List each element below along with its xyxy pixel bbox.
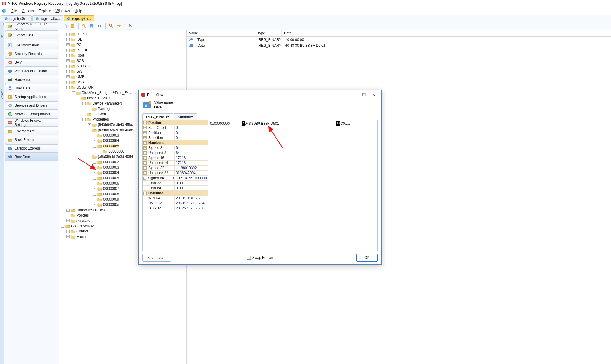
- expand-icon[interactable]: +: [143, 131, 147, 134]
- sidebar-item-security-records[interactable]: Security Records: [5, 50, 58, 58]
- menu-windows[interactable]: Windows: [53, 8, 72, 14]
- property-row[interactable]: +Unsigned 864: [143, 150, 208, 155]
- value-row[interactable]: 011TypeREG_BINARY10 00 00 00: [187, 37, 611, 43]
- col-value[interactable]: Value: [187, 30, 255, 36]
- tree-expand-icon[interactable]: -: [66, 86, 70, 89]
- tree-expand-icon[interactable]: -: [88, 155, 91, 158]
- tree-expand-icon[interactable]: +: [66, 49, 70, 52]
- rail-explorer-label[interactable]: Explorer: [0, 89, 4, 101]
- tree-expand-icon[interactable]: +: [66, 38, 70, 41]
- sidebar-item-network-configuration[interactable]: Network Configuration: [5, 110, 58, 118]
- tree-expand-icon[interactable]: +: [66, 230, 70, 233]
- col-data[interactable]: Data: [282, 30, 611, 36]
- minimize-button[interactable]: —: [349, 92, 359, 98]
- tool-bookmark-icon[interactable]: [89, 23, 95, 29]
- sidebar-item-user-data[interactable]: User Data: [5, 84, 58, 92]
- rail-collapse-icon[interactable]: −: [1, 23, 4, 25]
- hex-viewer[interactable]: 0x00000000 4043 30B9 B88F D501 @C0.....: [208, 120, 377, 251]
- property-row[interactable]: +Signed 64132169787621000000: [143, 176, 208, 181]
- expand-icon[interactable]: −: [143, 141, 147, 145]
- expand-icon[interactable]: +: [143, 171, 147, 175]
- ok-button[interactable]: OK: [356, 254, 378, 262]
- tool-next-icon[interactable]: [116, 23, 122, 29]
- tree-expand-icon[interactable]: +: [93, 198, 96, 201]
- close-button[interactable]: ✕: [369, 92, 379, 98]
- tree-expand-icon[interactable]: +: [66, 235, 70, 238]
- save-data-button[interactable]: Save data...: [142, 254, 171, 262]
- sidebar-item-sam[interactable]: SAM: [5, 58, 58, 67]
- tree-expand-icon[interactable]: +: [66, 81, 70, 84]
- menu-file[interactable]: File: [9, 8, 19, 14]
- export-regedit4-button[interactable]: Export to REGEDIT4 form...: [5, 22, 58, 31]
- expand-icon[interactable]: +: [143, 166, 147, 170]
- menu-help[interactable]: Help: [72, 8, 84, 14]
- file-tab[interactable]: registry.0x...: [32, 15, 63, 21]
- tree-node[interactable]: +HTREE: [61, 31, 186, 37]
- expand-icon[interactable]: +: [143, 161, 147, 165]
- tree-node[interactable]: +SW: [61, 69, 186, 74]
- tree-expand-icon[interactable]: -: [61, 225, 64, 228]
- tree-node[interactable]: +SCSI: [61, 58, 186, 63]
- tree-expand-icon[interactable]: +: [93, 187, 96, 190]
- tree-expand-icon[interactable]: +: [66, 33, 70, 36]
- sidebar-item-raw-data[interactable]: 011Raw Data: [5, 153, 58, 161]
- tree-expand-icon[interactable]: +: [66, 65, 70, 68]
- property-row[interactable]: Float 640.00: [143, 186, 208, 191]
- property-row[interactable]: +Unsigned 1617216: [143, 161, 208, 166]
- tab-reg-binary[interactable]: REG_BINARY: [142, 113, 173, 120]
- tool-goto-icon[interactable]: [96, 23, 103, 29]
- tree-expand-icon[interactable]: +: [66, 75, 70, 78]
- file-tab[interactable]: registry.0x...: [64, 15, 94, 21]
- tree-expand-icon[interactable]: -: [88, 129, 91, 132]
- tree-expand-icon[interactable]: +: [93, 161, 96, 164]
- file-tab[interactable]: registry.0x...: [1, 15, 32, 21]
- sidebar-item-environment[interactable]: Environment: [5, 127, 58, 135]
- tree-expand-icon[interactable]: +: [66, 54, 70, 57]
- tree-expand-icon[interactable]: -: [77, 97, 80, 100]
- tool-search-icon[interactable]: [108, 23, 114, 29]
- property-row[interactable]: +Selection0: [143, 135, 208, 140]
- value-row[interactable]: 011DataREG_BINARY40 43 30 B9 B8 8F D5 01: [187, 43, 611, 49]
- tab-summary[interactable]: Summary: [174, 113, 197, 120]
- tree-expand-icon[interactable]: +: [93, 134, 96, 137]
- tree-node[interactable]: -USBSTOR: [61, 85, 186, 90]
- tree-expand-icon[interactable]: -: [82, 118, 86, 121]
- property-row[interactable]: +Signed 32-1188019392: [143, 166, 208, 171]
- sidebar-item-services-and-drivers[interactable]: Services and Drivers: [5, 101, 58, 110]
- property-row[interactable]: +Unsigned 323106947904: [143, 171, 208, 176]
- sidebar-item-hardware[interactable]: Hardware: [5, 76, 58, 84]
- expand-icon[interactable]: +: [143, 177, 146, 180]
- tree-expand-icon[interactable]: +: [66, 59, 70, 62]
- menu-options[interactable]: Options: [19, 8, 36, 14]
- tree-expand-icon[interactable]: -: [93, 145, 96, 148]
- tree-expand-icon[interactable]: +: [93, 193, 96, 196]
- tree-node[interactable]: +PCI: [61, 42, 186, 47]
- sidebar-item-windows-installation[interactable]: Windows Installation: [5, 67, 58, 75]
- dialog-titlebar[interactable]: Data View — ☐ ✕: [139, 90, 381, 99]
- rail-file-label[interactable]: File: [0, 34, 4, 40]
- tree-expand-icon[interactable]: +: [66, 219, 70, 222]
- sidebar-item-shell-folders[interactable]: Shell Folders: [5, 136, 58, 144]
- tree-node[interactable]: +STORAGE: [61, 63, 186, 69]
- tree-expand-icon[interactable]: -: [72, 91, 75, 94]
- property-row[interactable]: +Signed 1617216: [143, 155, 208, 161]
- tree-expand-icon[interactable]: +: [93, 166, 96, 169]
- property-row[interactable]: Float 320.00: [143, 181, 208, 186]
- maximize-button[interactable]: ☐: [359, 92, 369, 98]
- tree-expand-icon[interactable]: +: [66, 209, 70, 212]
- tree-node[interactable]: +PCIIDE: [61, 47, 186, 53]
- tree-node[interactable]: +Root: [61, 53, 186, 58]
- tool-copy-icon[interactable]: [62, 23, 68, 29]
- tree-expand-icon[interactable]: +: [66, 43, 70, 46]
- menu-explore[interactable]: Explore: [36, 8, 53, 14]
- tree-expand-icon[interactable]: -: [82, 102, 86, 105]
- expand-icon[interactable]: +: [143, 136, 147, 139]
- sidebar-item-startup-applications[interactable]: Startup Applications: [5, 93, 58, 101]
- property-row[interactable]: UNIX 322068/6/15 1:05:04: [143, 201, 208, 206]
- tree-expand-icon[interactable]: +: [93, 177, 96, 180]
- property-row[interactable]: +Position0: [143, 130, 208, 135]
- col-type[interactable]: Type: [255, 30, 282, 36]
- expand-icon[interactable]: −: [143, 192, 147, 195]
- expand-icon[interactable]: −: [143, 121, 147, 124]
- expand-icon[interactable]: +: [143, 146, 147, 150]
